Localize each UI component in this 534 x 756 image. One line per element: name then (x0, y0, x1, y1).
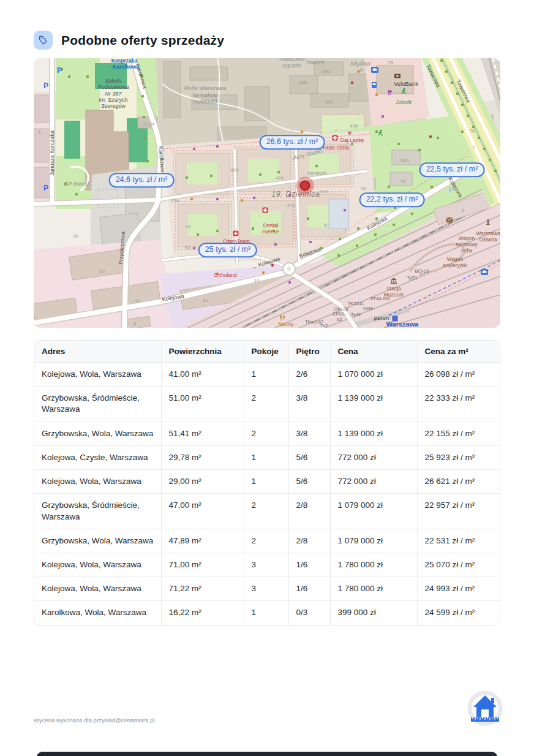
table-cell: Grzybowska, Śródmieście, Warszawa (34, 494, 161, 529)
table-cell: 1 070 000 zł (330, 363, 417, 387)
price-badge[interactable]: 26,6 tys. zł / m² (260, 135, 325, 149)
table-cell: 5/6 (288, 470, 330, 494)
table-header-row: Adres Powierzchnia Pokoje Piętro Cena Ce… (34, 341, 500, 363)
price-badge[interactable]: 24,6 tys. zł / m² (109, 173, 175, 187)
table-cell: 1 (244, 363, 288, 387)
table-cell: 71,22 m² (161, 577, 244, 601)
table-cell: 1 139 000 zł (330, 387, 417, 421)
col-cena-za-m2: Cena za m² (417, 341, 500, 363)
table-cell: 41,00 m² (161, 363, 244, 387)
table-cell: 2/6 (288, 363, 330, 387)
table-row: Grzybowska, Wola, Warszawa51,41 m²23/81 … (34, 421, 500, 445)
col-adres: Adres (34, 341, 161, 363)
table-cell: 1 (244, 601, 288, 625)
table-cell: 51,00 m² (161, 387, 244, 421)
table-cell: 1 780 000 zł (330, 577, 417, 601)
table-cell: 2 (244, 421, 288, 445)
table-cell: Kolejowa, Wola, Warszawa (34, 363, 161, 387)
table-cell: Kolejowa, Czyste, Warszawa (34, 445, 161, 469)
table-cell: 1 (244, 445, 288, 469)
table-cell: 2 (244, 387, 288, 421)
table-cell: 1/6 (288, 553, 330, 576)
table-cell: 2 (244, 529, 288, 553)
col-pietro: Piętro (288, 341, 330, 363)
subject-marker (300, 181, 310, 191)
map-badges: 26,6 tys. zł / m²24,6 tys. zł / m²22,5 t… (34, 58, 500, 328)
table-cell: Grzybowska, Wola, Warszawa (34, 421, 161, 445)
table-cell: 2 (244, 494, 288, 529)
table-cell: 24 993 zł / m² (417, 577, 500, 601)
table-cell: Kolejowa, Wola, Warszawa (34, 470, 161, 494)
table-cell: 1 (244, 470, 288, 494)
col-pokoje: Pokoje (244, 341, 288, 363)
section-header: Podobne oferty sprzedaży (34, 31, 224, 50)
table-cell: 1 079 000 zł (330, 494, 417, 529)
cenametra-logo (465, 690, 505, 731)
price-tag-icon (34, 31, 53, 50)
table-row: Grzybowska, Wola, Warszawa47,89 m²22/81 … (34, 529, 500, 553)
table-cell: 16,22 m² (161, 601, 244, 625)
table-cell: 2/8 (288, 529, 330, 553)
table-cell: 5/6 (288, 445, 330, 469)
col-powierzchnia: Powierzchnia (161, 341, 244, 363)
house-ruler-icon (465, 690, 505, 731)
footer-note: Wycena wykonana dla przykład@cenametra.p… (34, 717, 155, 724)
price-badge[interactable]: 25 tys. zł / m² (198, 243, 257, 257)
table-cell: 24 599 zł / m² (417, 601, 500, 625)
table-cell: 1 780 000 zł (330, 553, 417, 576)
price-badge[interactable]: 22,2 tys. zł / m² (359, 192, 425, 207)
table-cell: 2/8 (288, 494, 330, 529)
table-cell: 51,41 m² (161, 421, 244, 445)
table-row: Karolkowa, Wola, Warszawa16,22 m²10/3399… (34, 601, 500, 625)
table-cell: 22 531 zł / m² (417, 529, 500, 553)
table-cell: 3 (244, 577, 288, 601)
table-cell: Kolejowa, Wola, Warszawa (34, 577, 161, 601)
table-cell: Grzybowska, Śródmieście, Warszawa (34, 387, 161, 421)
report-page: Podobne oferty sprzedaży P (0, 0, 534, 756)
similar-offers-map[interactable]: P (34, 58, 500, 328)
next-section-peek (37, 752, 497, 756)
table-cell: 1 079 000 zł (330, 529, 417, 553)
table-cell: Grzybowska, Wola, Warszawa (34, 529, 161, 553)
table-cell: 22 155 zł / m² (417, 421, 500, 445)
table-cell: 1 139 000 zł (330, 421, 417, 445)
table-cell: 47,00 m² (161, 494, 244, 529)
table-cell: 22 333 zł / m² (417, 387, 500, 421)
table-cell: Kolejowa, Wola, Warszawa (34, 553, 161, 576)
table-row: Grzybowska, Śródmieście, Warszawa47,00 m… (34, 494, 500, 529)
table-cell: 3/8 (288, 421, 330, 445)
offers-table-body: Kolejowa, Wola, Warszawa41,00 m²12/61 07… (34, 363, 500, 625)
offers-table: Adres Powierzchnia Pokoje Piętro Cena Ce… (34, 340, 500, 626)
table-cell: 26 098 zł / m² (417, 363, 500, 387)
table-cell: 1/6 (288, 577, 330, 601)
table-row: Kolejowa, Wola, Warszawa41,00 m²12/61 07… (34, 363, 500, 387)
table-cell: 26 621 zł / m² (417, 470, 500, 494)
table-cell: 3/8 (288, 387, 330, 421)
table-cell: 772 000 zł (330, 470, 417, 494)
table-row: Kolejowa, Wola, Warszawa71,22 m²31/61 78… (34, 577, 500, 601)
table-cell: 3 (244, 553, 288, 576)
table-cell: 71,00 m² (161, 553, 244, 576)
table-cell: 772 000 zł (330, 445, 417, 469)
table-row: Kolejowa, Wola, Warszawa29,00 m²15/6772 … (34, 470, 500, 494)
table-row: Kolejowa, Czyste, Warszawa29,78 m²15/677… (34, 445, 500, 469)
table-cell: 25 923 zł / m² (417, 445, 500, 469)
table-cell: 25 070 zł / m² (417, 553, 500, 576)
table-cell: 29,78 m² (161, 445, 244, 469)
section-title: Podobne oferty sprzedaży (61, 33, 224, 48)
table-row: Kolejowa, Wola, Warszawa71,00 m²31/61 78… (34, 553, 500, 576)
table-cell: 29,00 m² (161, 470, 244, 494)
table-cell: Karolkowa, Wola, Warszawa (34, 601, 161, 625)
table-cell: 47,89 m² (161, 529, 244, 553)
price-badge[interactable]: 22,5 tys. zł / m² (419, 162, 485, 177)
table-row: Grzybowska, Śródmieście, Warszawa51,00 m… (34, 387, 500, 421)
table-cell: 22 957 zł / m² (417, 494, 500, 529)
col-cena: Cena (330, 341, 417, 363)
table-cell: 0/3 (288, 601, 330, 625)
table-cell: 399 000 zł (330, 601, 417, 625)
